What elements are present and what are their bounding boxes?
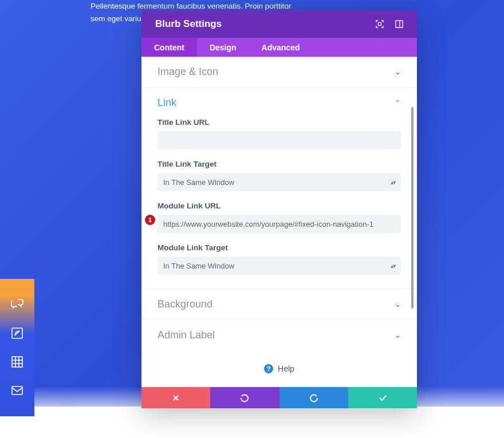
mail-icon[interactable] <box>0 376 34 405</box>
section-link: Link ⌃ Title Link URL Title Link Target … <box>141 88 417 289</box>
svg-rect-3 <box>379 23 381 26</box>
select-caret-icon: ▴▾ <box>391 179 395 186</box>
section-title: Admin Label <box>158 329 215 341</box>
field-label: Module Link URL <box>158 202 401 210</box>
modal-header[interactable]: Blurb Settings <box>141 10 417 38</box>
field-title-link-url: Title Link URL <box>158 118 401 149</box>
modal-body: Image & Icon ⌄ Link ⌃ Title Link URL Tit… <box>141 57 417 387</box>
svg-rect-4 <box>396 21 403 27</box>
grid-icon[interactable] <box>0 348 34 376</box>
section-content-link: Title Link URL Title Link Target In The … <box>141 118 417 289</box>
scrollbar[interactable] <box>411 107 414 309</box>
module-link-target-select[interactable]: In The Same Window ▴▾ <box>158 257 401 275</box>
modal-title: Blurb Settings <box>155 18 222 30</box>
annotation-badge-1: 1 <box>145 215 155 225</box>
field-module-link-url: Module Link URL 1 <box>158 202 401 233</box>
chevron-down-icon: ⌄ <box>395 331 401 340</box>
section-image-icon: Image & Icon ⌄ <box>141 57 417 88</box>
chevron-down-icon: ⌄ <box>395 300 401 309</box>
field-label: Module Link Target <box>158 243 401 252</box>
title-link-target-select[interactable]: In The Same Window ▴▾ <box>158 173 401 191</box>
section-admin-label: Admin Label ⌄ <box>141 320 417 350</box>
section-title: Link <box>158 97 176 109</box>
section-title: Background <box>158 298 212 310</box>
chat-icon[interactable] <box>0 290 34 319</box>
select-value: In The Same Window <box>163 262 234 270</box>
help-button[interactable]: ? Help <box>141 350 417 387</box>
section-head-background[interactable]: Background ⌄ <box>141 289 417 319</box>
section-head-admin-label[interactable]: Admin Label ⌄ <box>141 320 417 350</box>
tab-content[interactable]: Content <box>141 38 197 57</box>
help-icon: ? <box>264 364 273 373</box>
modal-footer <box>141 387 417 408</box>
chevron-down-icon: ⌄ <box>395 68 401 76</box>
settings-modal: Blurb Settings Content Design Advanced I… <box>141 10 417 408</box>
cancel-button[interactable] <box>141 387 210 408</box>
undo-button[interactable] <box>210 387 279 408</box>
help-label: Help <box>278 364 294 373</box>
save-button[interactable] <box>348 387 417 408</box>
field-label: Title Link Target <box>158 160 401 168</box>
select-value: In The Same Window <box>163 178 234 187</box>
tab-advanced[interactable]: Advanced <box>249 38 313 57</box>
svg-rect-2 <box>12 386 22 394</box>
field-module-link-target: Module Link Target In The Same Window ▴▾ <box>158 243 401 275</box>
modal-header-actions <box>376 20 403 28</box>
builder-sidebar <box>0 279 34 416</box>
select-caret-icon: ▴▾ <box>391 262 395 270</box>
title-link-url-input[interactable] <box>158 131 401 149</box>
modal-tabs: Content Design Advanced <box>141 38 417 57</box>
tab-design[interactable]: Design <box>197 38 249 57</box>
svg-rect-1 <box>12 357 22 367</box>
bg-white-strip <box>0 407 504 438</box>
field-title-link-target: Title Link Target In The Same Window ▴▾ <box>158 160 401 191</box>
section-head-link[interactable]: Link ⌃ <box>141 88 417 118</box>
redo-button[interactable] <box>279 387 348 408</box>
section-head-image-icon[interactable]: Image & Icon ⌄ <box>141 57 417 87</box>
snap-icon[interactable] <box>395 20 403 28</box>
field-label: Title Link URL <box>158 118 401 127</box>
pen-icon[interactable] <box>0 319 34 348</box>
chevron-up-icon: ⌃ <box>395 98 401 107</box>
section-title: Image & Icon <box>158 66 218 78</box>
module-link-url-input[interactable] <box>158 215 401 233</box>
section-background: Background ⌄ <box>141 289 417 320</box>
expand-icon[interactable] <box>376 20 384 28</box>
